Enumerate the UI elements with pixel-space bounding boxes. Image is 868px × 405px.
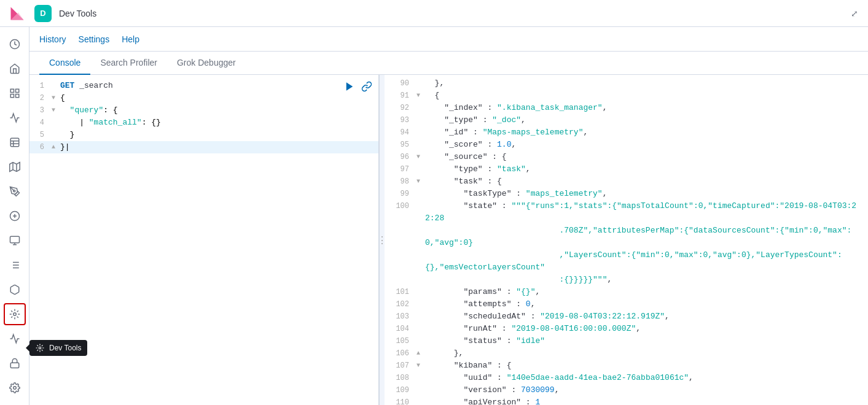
top-bar: D Dev Tools ⤢ (0, 0, 868, 27)
sidebar-item-maps[interactable] (4, 156, 26, 178)
out-line-106: 106 ▲ }, (385, 347, 868, 360)
svg-rect-4 (10, 94, 14, 98)
out-line-98: 98 ▼ "task" : { (385, 176, 868, 188)
out-line-104: 104 "runAt" : "2019-08-04T16:00:00.000Z"… (385, 323, 868, 335)
svg-rect-5 (10, 138, 19, 147)
editor-line-5: 5 } (29, 129, 378, 141)
svg-point-28 (13, 387, 16, 390)
out-line-105: 105 "status" : "idle" (385, 335, 868, 347)
sidebar-item-canvas[interactable] (4, 180, 26, 202)
sidebar-item-logs[interactable] (4, 254, 26, 276)
svg-rect-2 (15, 89, 18, 92)
editor-line-4: 4 | "match_all": {} (29, 117, 378, 129)
main-layout: Dev Tools History Settings Help Console … (0, 27, 868, 405)
nav-help[interactable]: Help (122, 34, 139, 44)
sidebar-item-infra[interactable] (4, 279, 26, 301)
sidebar-item-clock[interactable] (4, 33, 26, 55)
svg-point-26 (39, 347, 41, 349)
svg-marker-29 (346, 82, 353, 91)
out-line-99: 99 "taskType" : "maps_telemetry", (385, 188, 868, 200)
sidebar-item-devtools[interactable] (4, 303, 26, 325)
svg-rect-27 (10, 363, 19, 368)
tabs: Console Search Profiler Grok Debugger (29, 52, 868, 75)
editor-line-3: 3 ▼ "query": { (29, 104, 378, 117)
out-line-97: 97 "type" : "task", (385, 163, 868, 176)
out-line-91: 91 ▼ { (385, 90, 868, 102)
app-title: Dev Tools (59, 9, 96, 18)
out-line-107: 107 ▼ "kibana" : { (385, 360, 868, 372)
sidebar-item-settings[interactable] (4, 377, 26, 399)
out-line-100: 100 "state" : """{"runs":1,"stats":{"map… (385, 200, 868, 286)
sidebar: Dev Tools (0, 27, 29, 405)
svg-rect-16 (10, 236, 19, 243)
out-line-102: 102 "attempts" : 0, (385, 298, 868, 310)
out-line-103: 103 "scheduledAt" : "2019-08-04T03:22:12… (385, 310, 868, 323)
nav-history[interactable]: History (39, 34, 66, 44)
tab-search-profiler[interactable]: Search Profiler (90, 52, 167, 75)
sidebar-item-uptime[interactable] (4, 328, 26, 350)
out-line-93: 93 "_type" : "_doc", (385, 114, 868, 126)
sidebar-item-security[interactable] (4, 352, 26, 374)
svg-marker-9 (9, 163, 20, 172)
out-line-96: 96 ▼ "_source" : { (385, 151, 868, 163)
editor-line-1: 1 GET _search (29, 80, 378, 92)
editor-line-2: 2 ▼ { (29, 92, 378, 104)
expand-icon[interactable]: ⤢ (848, 6, 861, 21)
svg-rect-1 (10, 89, 14, 92)
out-line-94: 94 "_id" : "Maps-maps_telemetry", (385, 126, 868, 139)
out-line-95: 95 "_score" : 1.0, (385, 139, 868, 151)
out-line-110: 110 "apiVersion" : 1 (385, 396, 868, 405)
tab-console[interactable]: Console (39, 52, 90, 75)
output-pane[interactable]: 90 }, 91 ▼ { 92 "_index" : ".kibana_task… (385, 75, 868, 405)
dev-tools-tooltip: Dev Tools (29, 340, 87, 356)
out-line-92: 92 "_index" : ".kibana_task_manager", (385, 102, 868, 114)
out-line-108: 108 "uuid" : "140e5dae-aadd-41ea-bae2-76… (385, 372, 868, 384)
tooltip-label: Dev Tools (49, 344, 81, 352)
editor-toolbar (343, 80, 373, 93)
secondary-nav: History Settings Help (29, 27, 868, 52)
svg-point-12 (13, 190, 15, 192)
kibana-logo (7, 4, 27, 23)
app-avatar: D (34, 5, 52, 22)
content-area: History Settings Help Console Search Pro… (29, 27, 868, 405)
sidebar-item-home[interactable] (4, 58, 26, 80)
nav-settings[interactable]: Settings (79, 34, 110, 44)
sidebar-item-discover[interactable] (4, 82, 26, 104)
run-button[interactable] (343, 80, 356, 93)
out-line-90: 90 }, (385, 77, 868, 90)
svg-point-25 (13, 313, 16, 316)
sidebar-item-dashboard[interactable] (4, 131, 26, 153)
sidebar-item-apm[interactable] (4, 230, 26, 252)
out-line-101: 101 "params" : "{}", (385, 286, 868, 298)
pane-divider[interactable] (380, 75, 385, 405)
sidebar-item-visualize[interactable] (4, 107, 26, 129)
out-line-109: 109 "version" : 7030099, (385, 384, 868, 396)
svg-rect-3 (15, 94, 18, 98)
tab-grok-debugger[interactable]: Grok Debugger (167, 52, 246, 75)
copy-link-button[interactable] (360, 80, 373, 93)
editor-line-6: 6 ▲ }| (29, 141, 378, 153)
devtools-body: 1 GET _search 2 ▼ { 3 ▼ "query": { (29, 75, 868, 405)
sidebar-item-ml[interactable] (4, 205, 26, 227)
